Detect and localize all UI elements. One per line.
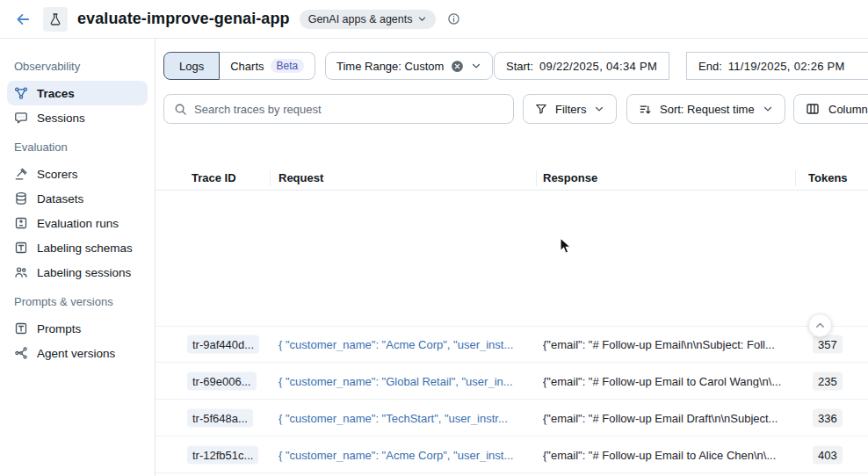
response-preview: {"email": "# Follow-up Email to Alice Ch…	[543, 448, 799, 461]
table-row[interactable]: tr-5f648a... { "customer_name": "TechSta…	[156, 400, 868, 436]
section-prompts-versions: Prompts & versions	[7, 295, 148, 309]
sidebar-item-label: Scorers	[37, 168, 78, 181]
sidebar-item-traces[interactable]: Traces	[7, 81, 148, 105]
tokens-value: 403	[813, 445, 843, 464]
column-header-trace-id[interactable]: Trace ID	[192, 171, 236, 184]
request-preview-link[interactable]: { "customer_name": "TechStart", "user_in…	[278, 411, 535, 424]
column-resize-handle[interactable]	[536, 170, 537, 186]
sidebar-item-agent-versions[interactable]: Agent versions	[7, 341, 148, 365]
search-icon	[174, 103, 187, 116]
end-date-input[interactable]: End: 11/19/2025, 02:26 PM	[686, 52, 868, 80]
columns-icon	[806, 102, 820, 116]
tokens-value: 336	[813, 408, 843, 427]
tab-logs[interactable]: Logs	[163, 52, 220, 80]
request-preview-link[interactable]: { "customer_name": "Acme Corp", "user_in…	[278, 448, 535, 461]
sidebar-item-label: Labeling schemas	[37, 242, 133, 255]
columns-button[interactable]: Columns	[793, 94, 868, 124]
tokens-value: 357	[813, 335, 843, 354]
experiment-type-badge[interactable]: GenAI apps & agents	[300, 10, 436, 29]
scroll-to-top-button[interactable]	[808, 314, 832, 337]
chevron-up-icon	[814, 320, 826, 331]
trace-table-rows: tr-9af440d... { "customer_name": "Acme C…	[156, 326, 868, 473]
column-header-request[interactable]: Request	[278, 171, 323, 184]
time-range-button[interactable]: Time Range: Custom	[325, 52, 493, 80]
sidebar-item-label: Sessions	[37, 112, 85, 125]
chevron-down-icon	[471, 61, 481, 71]
table-row[interactable]: tr-12fb51c... { "customer_name": "Acme C…	[156, 436, 868, 473]
trace-id-link[interactable]: tr-69e006...	[187, 371, 257, 390]
sidebar-item-datasets[interactable]: Datasets	[7, 186, 148, 211]
request-preview-link[interactable]: { "customer_name": "Global Retail", "use…	[278, 374, 535, 387]
chevron-down-icon	[417, 14, 427, 24]
chat-bubble-icon	[14, 111, 28, 125]
sidebar-item-label: Prompts	[37, 322, 81, 335]
filters-button[interactable]: Filters	[523, 94, 617, 124]
table-header: Trace ID Request Response Tokens	[156, 167, 868, 191]
sidebar-item-label: Evaluation runs	[37, 217, 119, 230]
database-icon	[14, 191, 28, 206]
sidebar-item-prompts[interactable]: Prompts	[7, 316, 148, 341]
trace-id-link[interactable]: tr-5f648a...	[187, 408, 253, 427]
experiment-flask-icon	[43, 7, 68, 32]
sidebar-item-label: Traces	[37, 87, 75, 100]
plus-minus-box-icon	[14, 216, 28, 230]
response-preview: {"email": "# Follow-up Email to Carol Wa…	[543, 374, 799, 387]
chevron-down-icon	[594, 104, 604, 114]
sidebar-item-label: Agent versions	[37, 347, 115, 360]
info-icon[interactable]	[447, 12, 460, 25]
section-observability: Observability	[7, 60, 148, 74]
top-bar: evaluate-improve-genai-app GenAI apps & …	[0, 0, 868, 39]
sidebar-item-evaluation-runs[interactable]: Evaluation runs	[7, 211, 148, 235]
trace-id-link[interactable]: tr-12fb51c...	[187, 445, 258, 464]
column-header-response[interactable]: Response	[543, 171, 597, 184]
tokens-value: 235	[813, 371, 843, 390]
sidebar: Observability Traces Sessions Evaluation…	[0, 39, 156, 476]
column-resize-handle[interactable]	[270, 170, 271, 186]
sort-button[interactable]: Sort: Request time	[626, 94, 785, 124]
back-arrow-icon	[15, 11, 31, 27]
beta-badge: Beta	[271, 59, 305, 73]
traces-icon	[14, 86, 28, 100]
start-date-input[interactable]: Start: 09/22/2025, 04:34 PM	[494, 52, 669, 80]
table-row[interactable]: tr-9af440d... { "customer_name": "Acme C…	[156, 326, 868, 363]
response-preview: {"email": "# Follow-up Email\n\nSubject:…	[543, 338, 799, 351]
column-resize-handle[interactable]	[795, 170, 796, 186]
tab-charts[interactable]: Charts Beta	[220, 52, 315, 80]
text-box-icon	[14, 241, 28, 255]
request-preview-link[interactable]: { "customer_name": "Acme Corp", "user_in…	[278, 338, 535, 351]
page-title: evaluate-improve-genai-app	[77, 10, 290, 28]
people-icon	[14, 265, 28, 279]
search-input[interactable]	[194, 103, 503, 116]
sidebar-item-sessions[interactable]: Sessions	[7, 105, 148, 130]
chevron-down-icon	[763, 104, 773, 114]
text-box-icon	[14, 321, 28, 335]
sidebar-item-label: Labeling sessions	[37, 266, 131, 279]
trace-search	[163, 94, 514, 124]
gavel-icon	[14, 167, 28, 181]
sidebar-item-labeling-schemas[interactable]: Labeling schemas	[7, 235, 148, 260]
graph-nodes-icon	[14, 346, 28, 360]
back-button[interactable]	[12, 9, 33, 30]
sidebar-item-labeling-sessions[interactable]: Labeling sessions	[7, 260, 148, 285]
main-content: Logs Charts Beta Time Range: Custom Star…	[156, 39, 868, 476]
funnel-icon	[535, 103, 547, 115]
sidebar-item-scorers[interactable]: Scorers	[7, 162, 148, 186]
table-row[interactable]: tr-69e006... { "customer_name": "Global …	[156, 363, 868, 400]
sidebar-item-label: Datasets	[37, 192, 83, 206]
column-header-tokens[interactable]: Tokens	[808, 171, 848, 184]
sort-icon	[639, 103, 652, 116]
section-evaluation: Evaluation	[7, 141, 148, 155]
response-preview: {"email": "# Follow-up Email Draft\n\nSu…	[543, 411, 799, 424]
trace-id-link[interactable]: tr-9af440d...	[187, 335, 259, 354]
clear-time-range-icon[interactable]	[451, 60, 464, 73]
view-tabs: Logs Charts Beta	[163, 52, 315, 80]
